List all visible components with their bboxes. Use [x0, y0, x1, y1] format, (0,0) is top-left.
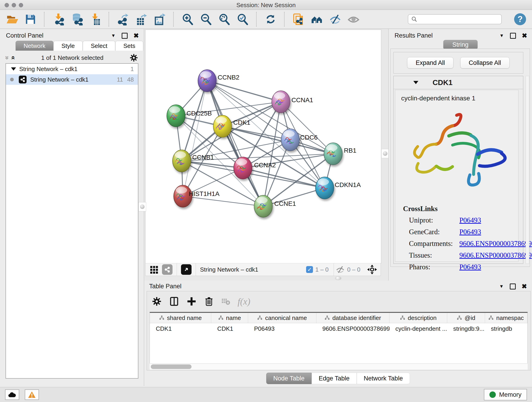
left-splitter-handle[interactable] [138, 202, 146, 211]
column-header[interactable]: description [389, 313, 447, 323]
columns-icon[interactable] [169, 296, 179, 307]
column-header[interactable]: shared name [150, 313, 211, 323]
collapse-section-icon[interactable] [413, 81, 418, 84]
network-node-cdc6[interactable] [281, 129, 299, 151]
delete-column-icon[interactable] [204, 296, 214, 307]
export-image-icon[interactable] [153, 13, 166, 26]
export-table-icon[interactable] [135, 13, 147, 26]
table-row[interactable]: CDK1CDK1P064939606.ENSP00000378699cyclin… [150, 323, 527, 334]
zoom-fit-icon[interactable] [218, 13, 230, 26]
import-network-database-icon[interactable] [70, 13, 83, 26]
zoom-in-icon[interactable] [181, 13, 194, 26]
selected-checkbox-icon[interactable]: ✓ [306, 266, 313, 273]
network-node-rb1[interactable] [324, 143, 342, 165]
tab-network-table[interactable]: Network Table [357, 373, 410, 384]
search-box[interactable] [408, 14, 502, 24]
hidden-eye-slash-icon[interactable] [336, 265, 345, 274]
crosslink-link[interactable]: P06493 [459, 216, 481, 224]
table-cell[interactable]: cyclin-dependent ... [389, 323, 447, 334]
tab-network[interactable]: Network [16, 41, 53, 51]
network-node-ccna1[interactable] [272, 91, 290, 113]
network-node-ccnb2[interactable] [198, 70, 216, 92]
refresh-view-icon[interactable] [264, 13, 277, 26]
open-session-icon[interactable] [6, 13, 18, 26]
maximize-panel-icon[interactable] [510, 33, 516, 39]
tab-node-table[interactable]: Node Table [266, 373, 312, 384]
float-panel-icon[interactable]: ▼ [111, 33, 116, 38]
import-table-file-icon[interactable] [89, 13, 101, 26]
column-header[interactable]: namespac [485, 313, 527, 323]
export-network-icon[interactable] [117, 13, 129, 26]
hide-selected-eye-slash-icon[interactable] [329, 13, 341, 26]
import-network-file-icon[interactable] [52, 13, 65, 26]
gene-section-header[interactable]: CDK1 [394, 76, 523, 89]
crosslink-link[interactable]: P06493 [459, 228, 481, 236]
maximize-panel-icon[interactable] [122, 33, 128, 39]
expand-all-button[interactable]: Expand All [407, 57, 453, 69]
column-header[interactable]: database identifier [317, 313, 389, 323]
network-edge[interactable] [182, 81, 207, 161]
crosslink-link[interactable]: P06493 [459, 263, 481, 271]
tab-style[interactable]: Style [53, 41, 83, 51]
zoom-selected-icon[interactable] [236, 13, 249, 26]
table-cell[interactable]: 9606.ENSP00000378699 [317, 323, 389, 334]
maximize-panel-icon[interactable] [510, 283, 516, 289]
network-canvas[interactable]: CCNB2CCNA1CDC25BCDK1CDC6RB1CCNB1CCNA2CDK… [145, 30, 381, 264]
table-cell[interactable]: CDK1 [150, 323, 211, 334]
float-panel-icon[interactable]: ▼ [499, 284, 504, 289]
network-edge[interactable] [183, 196, 263, 206]
network-row[interactable]: String Network – cdk1 11 48 [6, 74, 138, 85]
cloud-button[interactable] [5, 389, 19, 400]
crosslink-link[interactable]: 9606.ENSP00000378699 [459, 240, 532, 248]
float-panel-icon[interactable]: ▼ [500, 33, 504, 38]
network-edge[interactable] [207, 81, 263, 206]
help-button[interactable]: ? [514, 13, 526, 25]
tab-select[interactable]: Select [83, 41, 115, 51]
column-header[interactable]: @id [447, 313, 485, 323]
function-builder-icon[interactable]: f(x) [238, 296, 250, 307]
search-input[interactable] [418, 16, 499, 23]
grid-view-icon[interactable] [149, 264, 159, 274]
string-network-graph[interactable]: CCNB2CCNA1CDC25BCDK1CDC6RB1CCNB1CCNA2CDK… [146, 30, 381, 263]
tab-edge-table[interactable]: Edge Table [312, 373, 357, 384]
delete-table-icon[interactable] [221, 297, 231, 306]
tab-sets[interactable]: Sets [115, 41, 143, 51]
network-node-cdkn1a[interactable] [316, 177, 334, 199]
zoom-out-icon[interactable] [200, 13, 212, 26]
network-node-cdk1[interactable] [213, 115, 232, 137]
network-edge[interactable] [183, 81, 207, 196]
expand-all-icon[interactable]: « [10, 56, 17, 60]
show-eye-icon[interactable] [347, 13, 360, 26]
crosslink-link[interactable]: 9606.ENSP00000378699 [459, 251, 532, 259]
fit-crosshair-icon[interactable] [367, 264, 377, 275]
splitter-handle[interactable] [335, 276, 341, 280]
column-header[interactable]: canonical name [248, 313, 317, 323]
close-panel-icon[interactable]: ✖ [522, 284, 527, 289]
network-node-ccne1[interactable] [254, 195, 272, 217]
memory-button[interactable]: Memory [484, 389, 527, 400]
table-cell[interactable]: P06493 [248, 323, 317, 334]
gear-icon[interactable] [129, 53, 138, 62]
scrollbar-thumb[interactable] [151, 364, 191, 369]
collapse-all-button[interactable]: Collapse All [460, 57, 510, 69]
network-edge[interactable] [207, 81, 281, 102]
column-header[interactable]: name [211, 313, 248, 323]
table-cell[interactable]: stringdb:9... [447, 323, 485, 334]
right-splitter-handle[interactable] [381, 149, 389, 158]
close-panel-icon[interactable]: ✖ [133, 33, 139, 38]
detach-view-icon[interactable] [181, 264, 191, 275]
network-collection-row[interactable]: String Network – cdk1 1 [6, 64, 138, 74]
warnings-button[interactable] [25, 389, 39, 400]
network-node-cdc25b[interactable] [167, 105, 185, 127]
double-house-icon[interactable] [311, 13, 323, 26]
table-horizontal-scrollbar[interactable] [150, 364, 528, 370]
table-cell[interactable]: stringdb [485, 323, 527, 334]
table-cell[interactable]: CDK1 [211, 323, 248, 334]
network-view-icon[interactable] [162, 264, 172, 275]
tab-string[interactable]: String [443, 40, 478, 50]
string-documents-icon[interactable] [292, 13, 305, 26]
save-session-icon[interactable] [24, 13, 37, 26]
results-scrollbar[interactable] [526, 76, 529, 264]
gear-icon[interactable] [152, 296, 162, 307]
collapse-tree-icon[interactable] [11, 67, 16, 70]
